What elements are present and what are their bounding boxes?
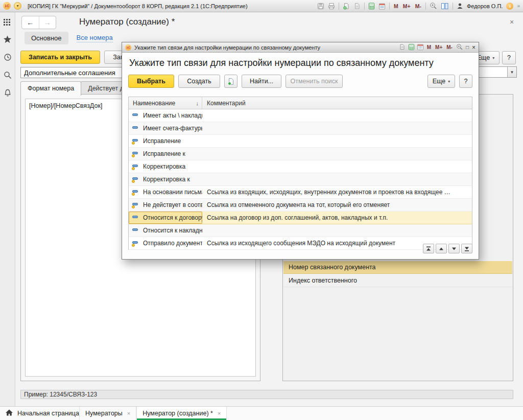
history-clock-icon[interactable] [4,53,12,63]
tab-number-format[interactable]: Формат номера [20,81,81,96]
memory-m-minus-button[interactable]: М- [415,3,422,9]
table-row[interactable]: Отправило документ Ссылка из исходящего … [129,237,472,250]
table-row[interactable]: Корректировка [129,160,472,173]
help-button[interactable]: ? [502,51,516,64]
link-type-name: Относится к договору [143,214,202,221]
zoom-icon[interactable] [456,43,463,52]
save-and-close-button[interactable]: Записать и закрыть [20,51,100,64]
link-type-name: Исправление к [143,150,185,157]
link-type-comment: Ссылка из входящих, исходящих, внутренни… [202,189,472,196]
zoom-icon[interactable] [430,2,437,10]
split-window-icon[interactable] [441,3,449,10]
link-type-name: Не действует в соответствии [143,201,202,208]
find-button[interactable]: Найти... [242,75,281,88]
create-button[interactable]: Создать [178,75,220,88]
memory-m-button[interactable]: М [426,44,432,50]
table-row[interactable]: Имеет счета-фактуры [129,122,472,135]
link-type-icon [132,125,139,132]
chevron-right-icon[interactable]: » [517,3,520,9]
link-type-icon [132,112,139,119]
home-icon [5,409,13,418]
go-to-last-button[interactable] [461,244,472,253]
create-by-copy-button[interactable] [224,75,237,88]
dialog-help-button[interactable]: ? [459,75,472,88]
cancel-search-button[interactable]: Отменить поиск [286,75,343,88]
main-menu-button[interactable]: ▾ [14,2,21,10]
memory-m-minus-button[interactable]: М- [446,44,453,50]
taskbar-tab-numerator-new[interactable]: Нумератор (создание) * × [136,407,227,420]
close-form-button[interactable]: × [510,18,514,26]
column-name-label: Наименование [133,100,175,107]
calculator-icon[interactable] [368,3,375,10]
save-icon[interactable] [317,3,324,10]
close-icon[interactable]: × [472,44,476,51]
tab-label: Нумератор (создание) * [142,410,213,417]
close-tab-icon[interactable]: × [127,410,130,416]
separator [364,3,365,10]
table-row-selected[interactable]: Относится к договору Ссылка на договор и… [129,212,472,224]
open-document-icon[interactable] [353,3,361,10]
move-down-button[interactable] [448,244,460,253]
separator [389,3,390,10]
column-comment-label: Комментарий [207,100,246,107]
list-navigation-buttons [423,244,472,253]
list-item[interactable]: Индекс ответственного [283,274,512,287]
1c-logo-icon: 1С [3,2,11,10]
table-row[interactable]: Корректировка к [129,173,472,186]
memory-m-button[interactable]: М [393,3,399,9]
table-row[interactable]: Исправление к [129,148,472,160]
memory-m-plus-button[interactable]: М+ [435,44,443,50]
dialog-heading: Укажите тип связи для настройки нумераци… [129,58,434,68]
link-type-icon [132,176,139,183]
sections-menu-icon[interactable] [4,18,12,28]
memory-m-plus-button[interactable]: М+ [402,3,411,9]
table-header: Наименование↓ Комментарий [129,97,472,109]
favorites-star-icon[interactable] [3,35,12,45]
table-row[interactable]: Имеет акты \ накладные [129,109,472,122]
calendar-icon[interactable] [417,43,423,52]
list-item[interactable]: Номер связанного документа [283,261,512,274]
link-type-icon [132,151,139,157]
current-user[interactable]: Федоров О.П. [467,3,503,9]
column-header-name[interactable]: Наименование↓ [129,97,202,109]
info-icon[interactable]: i [506,3,513,10]
calculator-icon[interactable] [409,43,414,52]
calendar-icon[interactable] [378,3,386,10]
back-button[interactable]: ← [22,16,39,29]
more-label: Еще [433,78,445,85]
link-type-name: Имеет акты \ накладные [143,112,202,119]
table-row[interactable]: На основании письма Ссылка из входящих, … [129,186,472,199]
maximize-icon[interactable]: □ [466,44,469,50]
table-row[interactable]: Относится к накладной [129,224,472,237]
dropdown-arrow-icon[interactable]: ▼ [507,67,516,77]
print-icon[interactable] [328,3,335,10]
home-page-button[interactable]: Начальная страница [0,407,79,420]
link-type-name: Корректировка к [143,176,190,183]
table-row[interactable]: Исправление [129,135,472,148]
page-title: Нумератор (создание) * [79,17,175,27]
table-row[interactable]: Не действует в соответствии Ссылка из от… [129,199,472,212]
link-type-comment: Ссылка на договор из доп. соглашений, ак… [202,214,472,221]
search-icon[interactable] [4,71,12,81]
notifications-bell-icon[interactable] [4,89,12,99]
dialog-more-button[interactable]: Еще▾ [427,75,455,88]
link-type-icon [132,202,139,208]
send-document-icon[interactable] [343,3,350,10]
attachment-icon[interactable] [399,43,406,52]
separator [425,3,426,10]
go-to-first-button[interactable] [423,244,434,253]
select-button[interactable]: Выбрать [128,75,174,88]
move-up-button[interactable] [436,244,447,253]
taskbar-tab-numerators[interactable]: Нумераторы × [79,407,136,420]
screen: 1С ▾ [КОПИЯ] ГК "Меркурий" / Документооб… [0,0,523,420]
column-header-comment[interactable]: Комментарий [202,97,472,109]
link-type-name: Корректировка [143,163,185,170]
tab-all-numbers[interactable]: Все номера [77,34,113,42]
format-tabs: Формат номера Действует для [20,81,138,96]
forward-button[interactable]: → [39,16,56,29]
tab-main[interactable]: Основное [25,32,68,44]
titlebar-toolbar: М М+ М- Федоров О.П. i » [317,2,520,10]
history-navigation: ← → [21,16,56,29]
close-tab-icon[interactable]: × [218,410,221,416]
dialog-titlebar[interactable]: 1С Укажите тип связи для настройки нумер… [122,42,479,53]
